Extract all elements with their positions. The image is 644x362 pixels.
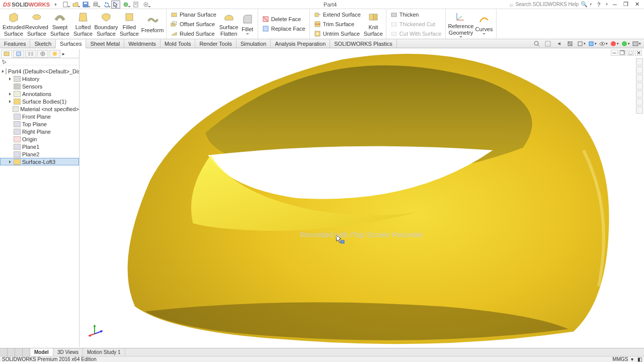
graphics-viewport[interactable]: Recorded with iTop Screen Recorder — [79, 49, 644, 347]
doc-restore-button[interactable]: ❐ — [619, 50, 626, 56]
reference-geometry-button[interactable]: Reference Geometry — [448, 10, 474, 39]
select-button[interactable] — [111, 1, 120, 9]
offset-surface-button[interactable]: Offset Surface — [171, 20, 216, 29]
planar-surface-button[interactable]: Planar Surface — [171, 10, 216, 19]
bottom-tab-motion-study[interactable]: Motion Study 1 — [83, 348, 125, 356]
svg-line-33 — [538, 45, 539, 46]
tree-root[interactable]: Part4 (Default<<Default>_Display State — [0, 67, 79, 75]
custom-properties-tab[interactable] — [636, 99, 643, 106]
feature-tree[interactable]: Part4 (Default<<Default>_Display State H… — [0, 65, 79, 347]
tab-simulation[interactable]: Simulation — [236, 39, 271, 48]
svg-rect-46 — [28, 52, 30, 56]
restore-button[interactable]: ❐ — [622, 1, 630, 8]
view-triad[interactable] — [88, 320, 106, 339]
view-settings-button[interactable]: ▾ — [632, 40, 641, 48]
minimize-button[interactable]: ─ — [611, 1, 619, 8]
close-button[interactable]: ✕ — [633, 1, 641, 8]
revolved-surface-button[interactable]: Revolved Surface — [25, 10, 48, 39]
tree-surface-loft3[interactable]: Surface-Loft3 — [0, 158, 79, 165]
filled-surface-button[interactable]: Filled Surface — [118, 10, 141, 39]
boundary-surface-button[interactable]: Boundary Surface — [95, 10, 118, 39]
tree-plane1[interactable]: Plane1 — [0, 143, 79, 150]
hide-show-button[interactable]: ▾ — [599, 40, 608, 48]
extruded-surface-button[interactable]: Extruded Surface — [2, 10, 25, 39]
curves-button[interactable]: Curves — [474, 10, 494, 39]
tree-plane2[interactable]: Plane2 — [0, 150, 79, 158]
tree-annotations[interactable]: Annotations — [0, 90, 79, 98]
apply-scene-button[interactable]: ▾ — [621, 40, 630, 48]
bottom-tab-3dviews[interactable]: 3D Views — [53, 348, 83, 356]
tab-sketch[interactable]: Sketch — [30, 39, 56, 48]
feature-tree-tab[interactable] — [1, 50, 12, 58]
delete-face-button[interactable]: Delete Face — [262, 15, 305, 24]
resources-tab[interactable] — [636, 58, 643, 65]
appearances-tab[interactable] — [636, 90, 643, 98]
view-palette-tab[interactable] — [636, 82, 643, 89]
file-props-button[interactable] — [131, 1, 140, 9]
forum-tab[interactable] — [636, 107, 643, 114]
new-button[interactable] — [61, 1, 70, 9]
swept-surface-button[interactable]: Swept Surface — [48, 10, 71, 39]
replace-face-button[interactable]: Replace Face — [262, 24, 305, 33]
tab-mold-tools[interactable]: Mold Tools — [160, 39, 195, 48]
tree-sensors[interactable]: Sensors — [0, 82, 79, 90]
tree-top-plane[interactable]: Top Plane — [0, 120, 79, 128]
help-button[interactable]: ? — [595, 1, 603, 8]
thicken-button[interactable]: Thicken — [390, 10, 441, 19]
tab-surfaces[interactable]: Surfaces — [56, 40, 86, 48]
edit-appearance-button[interactable]: ▾ — [610, 40, 619, 48]
status-units[interactable]: MMGS ▾ — [612, 356, 633, 362]
status-extra-icon[interactable]: ◧ — [637, 356, 642, 362]
ruled-surface-button[interactable]: Ruled Surface — [171, 29, 216, 38]
tab-weldments[interactable]: Weldments — [124, 39, 160, 48]
print-button[interactable] — [91, 1, 100, 9]
save-button[interactable] — [81, 1, 90, 9]
options-button[interactable] — [141, 1, 150, 9]
tab-solidworks-plastics[interactable]: SOLIDWORKS Plastics — [330, 39, 397, 48]
property-manager-tab[interactable] — [13, 50, 24, 58]
previous-view-button[interactable] — [554, 40, 564, 48]
tab-analysis-preparation[interactable]: Analysis Preparation — [271, 39, 330, 48]
trim-surface-button[interactable]: Trim Surface — [314, 20, 361, 29]
lofted-surface-button[interactable]: Lofted Surface — [71, 10, 95, 39]
tab-features[interactable]: Features — [0, 39, 30, 48]
configuration-tab[interactable] — [25, 50, 36, 58]
tab-sheet-metal[interactable]: Sheet Metal — [86, 39, 124, 48]
doc-minimize-button[interactable]: ─ — [611, 50, 618, 56]
tree-surface-bodies[interactable]: Surface Bodies(1) — [0, 98, 79, 105]
surface-flatten-button[interactable]: Surface Flatten — [218, 10, 239, 39]
nav-next-button[interactable] — [15, 348, 23, 356]
display-tab[interactable] — [49, 50, 60, 58]
knit-surface-button[interactable]: Knit Surface — [363, 10, 384, 39]
dimxpert-tab[interactable] — [37, 50, 48, 58]
tree-front-plane[interactable]: Front Plane — [0, 113, 79, 120]
zoom-fit-button[interactable] — [532, 40, 541, 48]
freeform-button[interactable]: Freeform — [141, 10, 164, 39]
undo-button[interactable] — [101, 1, 110, 9]
tab-render-tools[interactable]: Render Tools — [195, 39, 236, 48]
help-search[interactable]: ⌕ Search SOLIDWORKS Help 🔍 ▾ — [510, 1, 592, 8]
fillet-button[interactable]: Fillet — [239, 10, 256, 39]
nav-first-button[interactable] — [0, 348, 8, 356]
doc-close-button[interactable]: ✕ — [635, 50, 642, 56]
display-style-button[interactable]: ▾ — [588, 40, 597, 48]
tree-history[interactable]: History — [0, 75, 79, 82]
menu-arrow-icon[interactable] — [55, 3, 57, 6]
open-button[interactable] — [71, 1, 80, 9]
tree-origin[interactable]: Origin — [0, 135, 79, 143]
tree-right-plane[interactable]: Right Plane — [0, 128, 79, 135]
rebuild-button[interactable] — [121, 1, 130, 9]
bottom-tab-model[interactable]: Model — [30, 348, 53, 356]
svg-point-41 — [611, 41, 616, 46]
doc-maximize-button[interactable]: □ — [627, 50, 634, 56]
zoom-area-button[interactable] — [543, 40, 552, 48]
untrim-surface-button[interactable]: Untrim Surface — [314, 29, 361, 38]
nav-last-button[interactable] — [23, 348, 30, 356]
design-library-tab[interactable] — [636, 66, 643, 73]
section-view-button[interactable] — [566, 40, 575, 48]
extend-surface-button[interactable]: Extend Surface — [314, 10, 361, 19]
nav-prev-button[interactable] — [8, 348, 15, 356]
file-explorer-tab[interactable] — [636, 74, 643, 81]
view-orientation-button[interactable]: ▾ — [577, 40, 586, 48]
tree-material[interactable]: Material <not specified> — [0, 105, 79, 113]
